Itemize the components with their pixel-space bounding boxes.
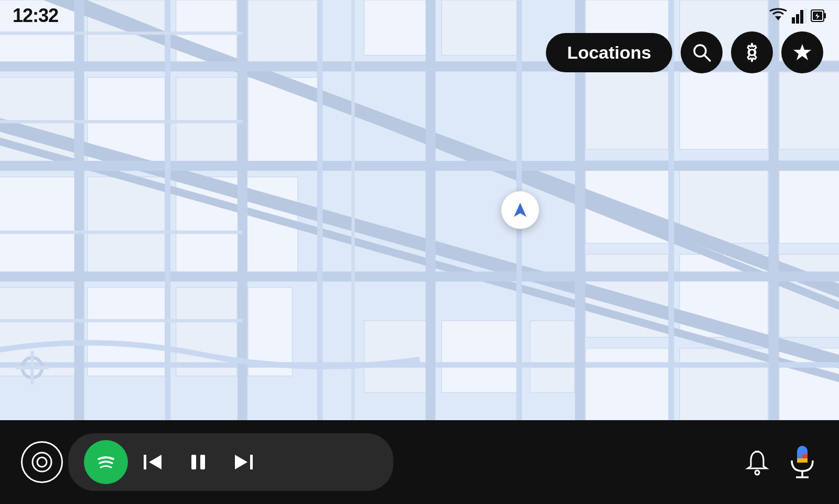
notification-button[interactable]	[744, 448, 771, 476]
svg-rect-24	[779, 160, 839, 243]
pause-button[interactable]	[178, 446, 218, 478]
svg-point-75	[33, 453, 51, 472]
search-button[interactable]	[681, 31, 723, 73]
svg-rect-35	[530, 321, 574, 392]
top-controls: Locations	[546, 31, 823, 73]
svg-point-84	[755, 470, 759, 475]
svg-marker-83	[235, 455, 248, 469]
svg-rect-81	[200, 455, 205, 469]
svg-rect-20	[680, 72, 768, 149]
next-button[interactable]	[223, 446, 263, 478]
star-icon	[792, 42, 813, 63]
svg-rect-19	[586, 72, 669, 149]
svg-rect-64	[800, 10, 803, 24]
svg-marker-79	[149, 455, 162, 469]
svg-rect-33	[364, 321, 431, 392]
app: 12:32	[0, 0, 839, 504]
svg-rect-62	[792, 17, 795, 24]
settings-button[interactable]	[731, 31, 773, 73]
microphone-button[interactable]	[787, 444, 818, 480]
time-display: 12:32	[13, 5, 58, 27]
pause-icon	[187, 451, 210, 474]
svg-line-71	[704, 55, 710, 61]
mic-icon	[787, 444, 818, 480]
svg-rect-9	[0, 177, 77, 277]
svg-rect-21	[779, 72, 839, 149]
svg-rect-28	[586, 348, 669, 420]
bell-icon	[744, 448, 771, 476]
settings-icon	[742, 42, 762, 62]
svg-point-76	[37, 457, 47, 467]
svg-rect-80	[191, 455, 196, 469]
svg-rect-90	[797, 454, 802, 458]
svg-marker-74	[514, 203, 526, 217]
search-icon	[692, 42, 712, 62]
svg-rect-78	[144, 455, 146, 469]
right-controls	[744, 444, 818, 480]
bottom-bar	[0, 420, 839, 504]
spotify-button[interactable]	[84, 440, 128, 484]
svg-rect-10	[88, 177, 165, 277]
status-bar: 12:32	[0, 0, 839, 31]
svg-point-72	[749, 50, 755, 56]
map-area: 12:32	[0, 0, 839, 420]
svg-rect-29	[680, 348, 768, 420]
battery-icon	[811, 9, 826, 23]
svg-rect-63	[796, 14, 799, 24]
previous-button[interactable]	[133, 446, 173, 478]
next-icon	[232, 451, 255, 474]
svg-marker-61	[775, 16, 781, 20]
svg-rect-82	[250, 455, 253, 469]
home-icon	[31, 452, 52, 473]
navigation-icon	[510, 200, 530, 220]
current-location-button[interactable]	[501, 191, 539, 229]
wifi-icon	[769, 8, 788, 24]
spotify-icon	[92, 448, 120, 476]
svg-rect-89	[797, 458, 802, 463]
home-button[interactable]	[21, 441, 63, 483]
status-icons	[769, 8, 826, 24]
favorites-button[interactable]	[781, 31, 823, 73]
locations-button[interactable]: Locations	[546, 33, 672, 72]
media-controls	[68, 433, 393, 491]
previous-icon	[142, 451, 165, 474]
svg-rect-65	[804, 8, 806, 24]
svg-rect-67	[824, 13, 826, 18]
svg-marker-73	[793, 44, 811, 60]
svg-rect-34	[442, 321, 519, 392]
signal-icon	[792, 8, 806, 24]
